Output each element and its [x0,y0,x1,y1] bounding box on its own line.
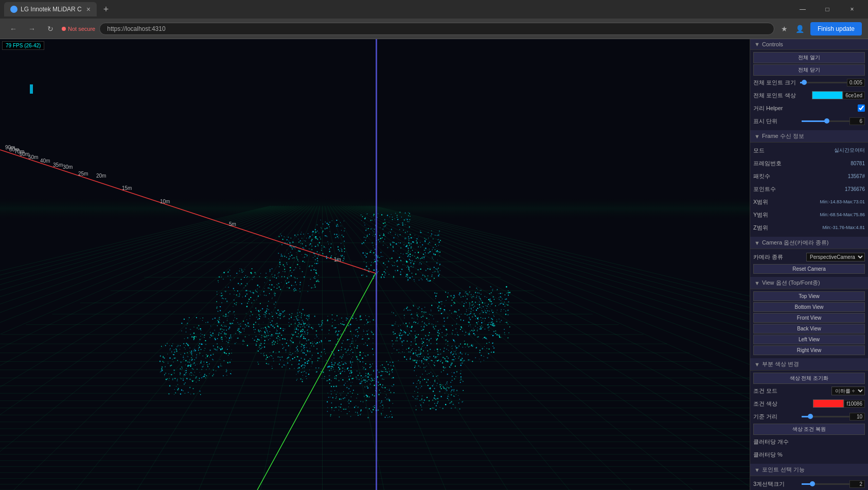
color-condition-restore-button[interactable]: 색상 조건 복원 [753,424,865,435]
cluster-count-label: 클러터당 개수 [753,438,865,446]
open-all-button[interactable]: 전체 열기 [753,52,865,63]
select-3d-track[interactable] [802,483,850,485]
camera-type-select[interactable]: PerspectiveCamera [806,253,865,261]
camera-section-header[interactable]: ▼ Camera 옵션(카메라 종류) [750,237,868,249]
camera-type-row: 카메라 종류 PerspectiveCamera [753,251,865,262]
color-change-content: 색상 전체 조기화 조건 모드 이하를 ÷ 조건 색상 f10086 기준 거리 [750,371,868,464]
view-section-header[interactable]: ▼ View 옵션 (Top/Font종) [750,277,868,289]
point-color-label: 전체 포인트 색상 [753,92,812,99]
frame-section-header[interactable]: ▼ Frame 수신 정보 [750,130,868,143]
frame-content: 모드 실시간모여터 프레임번호 80781 패킷수 13567# 포인트수 17… [750,143,868,237]
back-button[interactable]: ← [6,22,21,36]
distance-helper-row: 거리 Helper [753,102,865,114]
tab-bar: LG Innotek MLiDAR C × + — □ × [0,0,868,19]
select-3d-thumb[interactable] [810,481,815,486]
x-range-label: X범위 [753,198,820,206]
viewport[interactable]: 79 FPS (26-42) [0,39,750,490]
reset-all-color-button[interactable]: 색상 전체 조기화 [753,373,865,384]
mode-label: 모드 [753,147,834,154]
base-distance-label: 기준 거리 [753,413,802,421]
forward-button[interactable]: → [25,22,39,36]
base-distance-value: 10 [849,413,865,421]
point-size-track[interactable] [800,82,847,83]
frame-no-value: 80781 [851,161,865,166]
point-size-thumb[interactable] [802,80,807,85]
active-tab[interactable]: LG Innotek MLiDAR C × [4,2,97,16]
address-icons: ★ 👤 [778,23,806,35]
packet-count-value: 13567# [848,173,865,179]
point-select-section-header[interactable]: ▼ 포인트 선택 기능 [750,464,868,476]
top-view-button[interactable]: Top View [753,291,865,301]
maximize-button[interactable]: □ [816,2,839,16]
distance-helper-checkbox[interactable] [858,104,865,112]
display-unit-thumb[interactable] [824,118,829,124]
frame-no-row: 프레임번호 80781 [753,157,865,169]
controls-section-header[interactable]: ▼ Controls [750,39,868,50]
y-range-value: Min:-68.54-Max:75.86 [820,212,865,217]
tab-close-button[interactable]: × [86,5,91,13]
mode-row: 모드 실시간모여터 [753,145,865,156]
condition-mode-label: 조건 모드 [753,387,831,395]
minimize-button[interactable]: — [791,2,814,16]
select-3d-size-label: 3계선택크기 [753,480,802,488]
color-change-chevron-icon: ▼ [754,361,760,367]
security-badge: Not secure [62,26,95,32]
profile-icon[interactable]: 👤 [794,23,806,35]
security-label: Not secure [68,26,95,32]
close-button[interactable]: × [840,2,864,16]
display-unit-value: 6 [849,117,865,125]
browser-chrome: LG Innotek MLiDAR C × + — □ × ← → ↻ Not … [0,0,868,39]
z-range-value: Min:-31.76-Max:4.81 [822,225,865,230]
distance-helper-label: 거리 Helper [753,104,858,112]
point-color-swatch[interactable] [812,91,843,99]
point-count-value: 1736676 [845,186,865,192]
base-distance-track[interactable] [802,416,850,417]
x-range-row: X범위 Min:-14.83-Max:73.01 [753,196,865,207]
condition-mode-select[interactable]: 이하를 ÷ [831,387,865,395]
address-bar: ← → ↻ Not secure https://localhost:4310 … [0,19,868,39]
3d-canvas [0,39,750,490]
front-view-button[interactable]: Front View [753,313,865,323]
url-bar[interactable]: https://localhost:4310 [99,23,774,35]
left-view-button[interactable]: Left View [753,335,865,344]
close-all-button[interactable]: 전체 닫기 [753,64,865,76]
point-color-row: 전체 포인트 색상 6ce1ed [753,90,865,101]
display-unit-fill [802,120,826,122]
finish-update-button[interactable]: Finish update [810,22,862,36]
cluster-pct-label: 클러터당 % [753,451,865,459]
vertical-marker [376,39,377,490]
packet-count-label: 패킷수 [753,172,848,180]
frame-title: Frame 수신 정보 [762,132,804,140]
new-tab-button[interactable]: + [99,2,113,16]
window-controls: — □ × [791,2,864,16]
reset-camera-button[interactable]: Reset Camera [753,264,865,274]
view-title: View 옵션 (Top/Font종) [762,279,820,287]
point-size-slider[interactable] [800,82,847,83]
url-text: https://localhost:4310 [107,25,165,32]
display-unit-slider[interactable] [802,120,850,122]
point-color-value: 6ce1ed [843,92,865,99]
x-range-value: Min:-14.83-Max:73.01 [820,199,865,204]
display-unit-row: 표시 단위 6 [753,115,865,127]
point-count-row: 포인트수 1736676 [753,183,865,195]
base-distance-thumb[interactable] [808,414,813,419]
bottom-view-button[interactable]: Bottom View [753,302,865,312]
view-chevron-icon: ▼ [754,280,760,286]
condition-color-swatch[interactable] [813,399,844,408]
camera-chevron-icon: ▼ [754,240,760,246]
cluster-pct-row: 클러터당 % [753,449,865,460]
z-range-label: Z범위 [753,224,822,232]
bookmark-icon[interactable]: ★ [778,23,791,35]
security-dot-icon [62,27,66,31]
color-change-section-header[interactable]: ▼ 부분 색상 변경 [750,358,868,371]
reload-button[interactable]: ↻ [43,22,58,36]
back-view-button[interactable]: Back View [753,324,865,334]
display-unit-track[interactable] [802,120,850,122]
tab-favicon [10,6,17,13]
main-area: 79 FPS (26-42) ▼ Controls 전체 열기 전체 닫기 전체… [0,39,868,490]
cluster-count-row: 클러터당 개수 [753,436,865,447]
select-3d-slider[interactable] [802,483,850,485]
display-unit-label: 표시 단위 [753,117,802,125]
right-view-button[interactable]: Right View [753,345,865,355]
base-distance-slider[interactable] [802,416,850,417]
